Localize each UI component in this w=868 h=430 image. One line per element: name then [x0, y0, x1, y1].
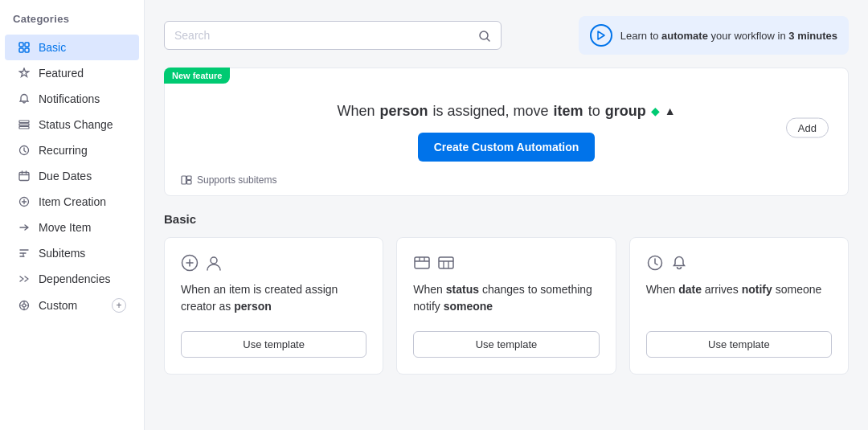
card-date-notify: When date arrives notify someone Use tem…	[629, 237, 849, 375]
card2-desc: When status changes to something notify …	[413, 281, 599, 315]
header-row: Learn to automate your workflow in 3 min…	[164, 16, 849, 55]
card3-someone: someone	[776, 283, 822, 296]
sidebar-item-notifications-label: Notifications	[39, 92, 100, 105]
main-content: Learn to automate your workflow in 3 min…	[145, 0, 868, 430]
svg-rect-13	[182, 176, 186, 184]
svg-rect-6	[19, 127, 29, 129]
supports-subitems-text: Supports subitems	[197, 174, 276, 186]
diamond-icon: ◆	[651, 104, 660, 117]
sidebar: Categories Basic Featured	[0, 0, 145, 430]
sidebar-item-item-creation[interactable]: Item Creation	[5, 189, 139, 215]
svg-rect-2	[19, 48, 23, 52]
feature-text-group: group	[605, 103, 646, 120]
cards-grid: When an item is created assign creator a…	[164, 237, 849, 375]
card1-use-template-button[interactable]: Use template	[181, 331, 366, 358]
sidebar-item-move-item[interactable]: Move Item	[5, 215, 139, 240]
sidebar-item-due-dates[interactable]: Due Dates	[5, 163, 139, 189]
svg-rect-18	[415, 257, 429, 268]
card3-arrives: arrives	[705, 283, 739, 296]
play-icon	[590, 24, 612, 47]
calendar-icon	[18, 170, 31, 182]
arrow-right-icon	[18, 221, 31, 234]
feature-banner: New feature When person is assigned, mov…	[164, 68, 849, 196]
card1-desc-bold: person	[234, 300, 272, 313]
search-box	[164, 21, 502, 49]
card3-when: When	[646, 283, 676, 296]
sidebar-item-dependencies[interactable]: Dependencies	[5, 266, 139, 292]
basic-section-title: Basic	[164, 212, 849, 226]
card3-icons	[646, 254, 832, 272]
sidebar-item-item-creation-label: Item Creation	[39, 195, 106, 208]
feature-text-is-assigned: is assigned, move	[433, 103, 549, 120]
search-icon	[478, 28, 491, 42]
feature-text-item: item	[554, 103, 583, 120]
sidebar-item-basic[interactable]: Basic	[5, 35, 139, 60]
sidebar-item-featured-label: Featured	[39, 67, 84, 80]
recurring-icon	[18, 144, 31, 157]
sidebar-item-due-dates-label: Due Dates	[39, 170, 92, 182]
star-icon	[18, 67, 31, 80]
card3-desc: When date arrives notify someone	[646, 281, 832, 315]
search-input[interactable]	[174, 29, 472, 42]
sidebar-item-notifications[interactable]: Notifications	[5, 86, 139, 112]
card2-when: When	[413, 283, 443, 296]
sidebar-item-subitems[interactable]: Subitems	[5, 240, 139, 266]
sidebar-item-basic-label: Basic	[39, 41, 66, 54]
add-button[interactable]: Add	[786, 118, 829, 138]
subitems-icon	[18, 247, 31, 260]
sidebar-item-custom[interactable]: Custom +	[5, 292, 139, 319]
bell-icon	[18, 92, 31, 105]
list-icon	[18, 118, 31, 131]
plus-circle-icon	[18, 195, 31, 208]
svg-rect-5	[19, 124, 29, 126]
sidebar-item-featured[interactable]: Featured	[5, 60, 139, 86]
triangle-icon: ▲	[665, 104, 676, 117]
svg-rect-8	[19, 173, 29, 181]
sidebar-item-move-item-label: Move Item	[39, 221, 91, 234]
sidebar-item-recurring-label: Recurring	[39, 144, 88, 157]
card3-use-template-button[interactable]: Use template	[646, 331, 832, 358]
custom-icon	[18, 299, 31, 312]
sidebar-item-status-change[interactable]: Status Change	[5, 112, 139, 137]
sidebar-title: Categories	[0, 13, 144, 35]
svg-rect-3	[25, 48, 29, 52]
svg-point-11	[23, 304, 26, 307]
card2-icons	[413, 254, 599, 272]
automate-text: Learn to automate your workflow in 3 min…	[620, 30, 837, 42]
create-custom-automation-button[interactable]: Create Custom Automation	[418, 133, 596, 162]
card-item-creation: When an item is created assign creator a…	[164, 237, 383, 375]
feature-text-to: to	[588, 103, 600, 120]
svg-rect-14	[187, 176, 192, 180]
sidebar-item-dependencies-label: Dependencies	[39, 272, 111, 285]
svg-point-17	[211, 257, 217, 264]
sidebar-item-custom-label: Custom	[39, 299, 77, 312]
sidebar-item-subitems-label: Subitems	[39, 247, 85, 260]
svg-rect-4	[19, 121, 29, 123]
card1-icons	[181, 254, 366, 272]
automate-banner[interactable]: Learn to automate your workflow in 3 min…	[579, 16, 849, 55]
grid-icon	[18, 41, 31, 54]
card1-desc: When an item is created assign creator a…	[181, 281, 366, 315]
svg-rect-19	[439, 257, 453, 268]
card-status-notify: When status changes to something notify …	[396, 237, 616, 375]
card2-status: status	[446, 283, 479, 296]
svg-rect-0	[19, 43, 23, 47]
svg-rect-1	[25, 43, 29, 47]
card2-someone: someone	[444, 300, 493, 313]
custom-add-button[interactable]: +	[112, 298, 126, 313]
dependencies-icon	[18, 272, 31, 285]
svg-rect-15	[187, 181, 192, 185]
new-feature-badge: New feature	[164, 68, 230, 84]
feature-text: When person is assigned, move item to gr…	[337, 103, 675, 120]
sidebar-item-status-change-label: Status Change	[39, 118, 113, 131]
sidebar-item-recurring[interactable]: Recurring	[5, 137, 139, 163]
supports-subitems: Supports subitems	[181, 174, 276, 186]
card3-date: date	[678, 283, 702, 296]
card2-use-template-button[interactable]: Use template	[413, 331, 599, 358]
feature-text-person: person	[380, 103, 428, 120]
card3-notify: notify	[742, 283, 772, 296]
feature-text-when: When	[337, 103, 375, 120]
